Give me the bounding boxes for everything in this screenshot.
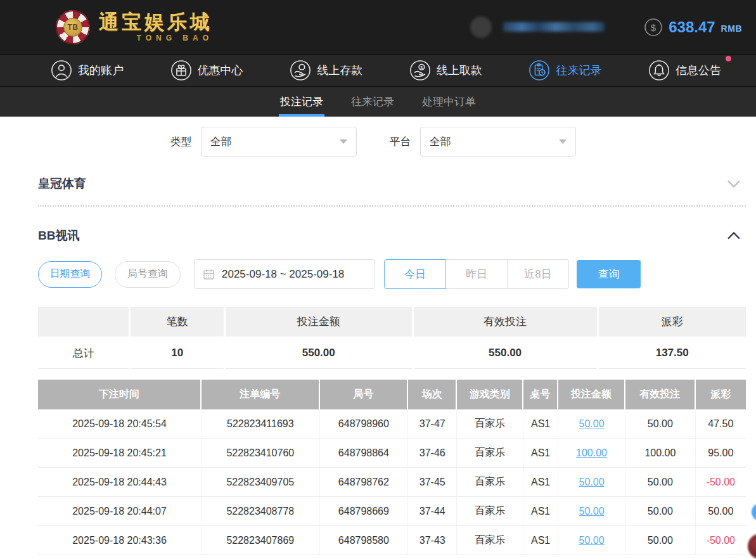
table-cell: 648798864 [320,439,409,468]
site-title: 通宝娱乐城 [99,12,213,32]
table-row: 2025-09-18 20:43:36522823407869648798580… [38,526,746,555]
table-cell: 50.00 [625,409,696,439]
logo-text: 通宝娱乐城 TONG BAO [99,12,213,42]
table-cell: 648798762 [320,468,409,497]
date-range-value: 2025-09-18 ~ 2025-09-18 [222,268,344,281]
table-cell: 648798580 [320,526,409,555]
type-select-value: 全部 [210,134,232,149]
nav-item-my-account[interactable]: 我的账户 [51,60,124,81]
bet-amount-link[interactable]: 50.00 [558,468,625,497]
dollar-circle-icon: $ [644,18,663,37]
table-cell: 522823411693 [202,409,320,439]
col-header-game-type: 游戏类别 [457,380,523,409]
user-icon [51,60,72,81]
table-cell: 2025-09-18 20:45:54 [38,409,202,439]
platform-select-value: 全部 [430,134,451,149]
table-cell: 95.00 [696,439,746,468]
table-cell: 百家乐 [457,468,523,497]
tab-pending-orders[interactable]: 处理中订单 [421,87,477,117]
bet-amount-link[interactable]: 50.00 [558,497,625,526]
type-select[interactable]: 全部 [201,127,357,157]
nav-label: 优惠中心 [198,63,243,78]
calendar-icon [203,268,215,280]
date-range-picker[interactable]: 2025-09-18 ~ 2025-09-18 [194,259,375,289]
table-cell: 百家乐 [457,439,523,468]
bet-amount-link[interactable]: 50.00 [558,409,625,439]
avatar[interactable] [470,16,492,38]
table-cell: 522823409705 [202,468,320,497]
col-header-bet-id: 注单编号 [202,380,320,409]
search-button[interactable]: 查询 [577,260,641,288]
table-cell: 50.00 [625,497,696,526]
col-header-match: 场次 [408,380,457,409]
quick-today-button[interactable]: 今日 [384,259,446,289]
table-cell: 37-43 [408,526,457,555]
col-header-table-id: 桌号 [523,380,558,409]
filter-row: 类型 全部 平台 全部 [0,127,746,157]
summary-bet-amount: 550.00 [226,338,412,369]
section-crown-sports[interactable]: 皇冠体育 [38,176,746,192]
page: TB 通宝娱乐城 TONG BAO $ 638.47 RMB [0,0,756,559]
record-tabs: 投注记录 往来记录 处理中订单 [0,87,756,117]
caret-down-icon [559,139,567,144]
round-query-toggle[interactable]: 局号查询 [115,261,181,288]
table-cell: 百家乐 [457,526,523,555]
table-cell: 2025-09-18 20:45:21 [38,439,202,468]
summary-table: 笔数 投注金额 有效投注 派彩 总计 10 550.00 550.00 137.… [38,307,746,369]
section-title: BB视讯 [38,228,79,244]
table-cell: 50.00 [696,497,746,526]
table-cell: 522823407869 [202,526,320,555]
notification-dot [726,56,731,61]
nav-label: 往来记录 [556,63,601,78]
site-logo[interactable]: TB 通宝娱乐城 TONG BAO [56,10,213,44]
table-cell: 648798960 [320,409,409,439]
deposit-icon [290,60,311,81]
nav-label: 线上取款 [437,63,482,78]
table-cell: 百家乐 [457,497,523,526]
platform-select[interactable]: 全部 [420,127,576,157]
tab-bet-records[interactable]: 投注记录 [279,87,324,117]
quick-last8days-button[interactable]: 近8日 [507,259,569,289]
table-cell: 100.00 [625,439,696,468]
table-cell: 47.50 [696,409,746,439]
quick-yesterday-button[interactable]: 昨日 [445,259,508,289]
site-subtitle: TONG BAO [99,34,213,42]
col-header-payout: 派彩 [696,380,746,409]
type-filter-label: 类型 [170,134,192,149]
section-bb-video[interactable]: BB视讯 [38,228,746,244]
nav-item-withdraw[interactable]: $ 线上取款 [409,60,482,81]
table-cell: 522823410760 [202,439,320,468]
table-cell: 37-46 [408,439,457,468]
table-cell: -50.00 [696,468,746,497]
table-cell: AS1 [523,409,558,439]
main-nav: 我的账户 优惠中心 线上存款 $ 线上取款 [0,54,756,87]
bet-amount-link[interactable]: 50.00 [558,526,625,555]
section-title: 皇冠体育 [38,176,86,192]
table-cell: AS1 [523,526,558,555]
caret-down-icon [340,139,347,144]
date-query-toggle[interactable]: 日期查询 [38,261,102,288]
table-cell: 50.00 [625,468,696,497]
nav-item-announcements[interactable]: 信息公告 [648,60,721,81]
table-cell: 37-47 [408,409,457,439]
records-icon [529,60,550,81]
table-cell: -50.00 [696,526,746,555]
banner-right: $ 638.47 RMB [470,16,742,38]
nav-item-promotions[interactable]: 优惠中心 [170,60,243,81]
nav-item-deposit[interactable]: 线上存款 [290,60,362,81]
username-redacted [503,22,605,32]
bet-amount-link[interactable]: 100.00 [558,439,625,468]
table-cell: 2025-09-18 20:44:07 [38,497,202,526]
tab-transaction-records[interactable]: 往来记录 [350,87,395,117]
platform-filter-label: 平台 [390,134,411,149]
query-row: 日期查询 局号查询 2025-09-18 ~ 2025-09-18 今日 昨日 … [38,259,746,289]
bet-records-table: 下注时间 注单编号 局号 场次 游戏类别 桌号 投注金额 有效投注 派彩 202… [38,380,746,555]
table-row: 2025-09-18 20:45:54522823411693648798960… [38,409,746,439]
divider [38,205,746,207]
bell-icon [648,60,670,81]
chip-monogram: TB [63,18,82,37]
top-banner: TB 通宝娱乐城 TONG BAO $ 638.47 RMB [0,0,756,54]
balance-amount: 638.47 [669,18,715,36]
table-header-row: 下注时间 注单编号 局号 场次 游戏类别 桌号 投注金额 有效投注 派彩 [38,380,746,409]
nav-item-transaction-records[interactable]: 往来记录 [529,60,601,81]
